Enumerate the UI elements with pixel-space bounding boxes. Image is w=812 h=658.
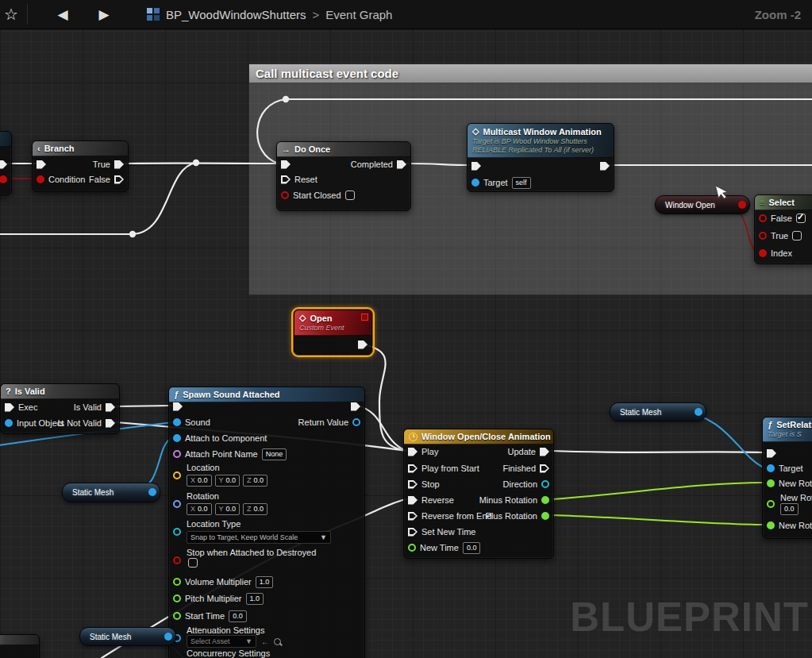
start-closed-checkbox[interactable] — [345, 190, 355, 200]
target-pin[interactable] — [471, 179, 479, 187]
nav-forward-button[interactable]: ▶ — [93, 3, 115, 25]
select-false-pin[interactable] — [759, 214, 767, 222]
browse-magnifier-icon[interactable] — [274, 638, 281, 645]
stop-pin[interactable] — [408, 480, 418, 489]
use-selected-icon[interactable]: ← — [261, 637, 269, 646]
rotation-y-box[interactable]: Y0.0 — [215, 503, 241, 515]
volume-multiplier-value[interactable]: 1.0 — [256, 576, 274, 588]
stop-when-checkbox[interactable] — [188, 558, 198, 568]
input-object-pin[interactable] — [5, 419, 13, 427]
static-mesh-pin[interactable] — [164, 633, 172, 641]
play-from-start-pin[interactable] — [408, 464, 418, 473]
finished-pin[interactable] — [540, 464, 549, 473]
node-multicast-window-animation[interactable]: ◇ Multicast Window Animation Target is B… — [467, 123, 614, 192]
new-time-pin[interactable] — [408, 544, 416, 552]
direction-pin[interactable] — [541, 480, 549, 488]
node-open-event[interactable]: ◇ Open Custom Event — [294, 310, 372, 355]
return-value-pin[interactable] — [352, 418, 360, 426]
var-static-mesh-top[interactable]: Static Mesh — [610, 402, 706, 421]
start-time-pin[interactable] — [173, 612, 181, 620]
rotation-z-box[interactable]: Z0.0 — [243, 503, 267, 515]
reverse-pin[interactable] — [408, 496, 418, 505]
node-is-valid[interactable]: ? Is Valid Exec Input Object Is Valid Is… — [0, 383, 120, 434]
exec-out-pin[interactable] — [0, 160, 7, 169]
location-x-box[interactable]: X0.0 — [187, 475, 212, 487]
exec-out-pin[interactable] — [358, 341, 368, 349]
new-time-value[interactable]: 0.0 — [463, 542, 481, 554]
location-pin[interactable] — [173, 471, 181, 479]
attach-to-component-pin[interactable] — [173, 434, 181, 442]
update-pin[interactable] — [540, 448, 549, 456]
favorite-button[interactable]: ☆ — [0, 3, 22, 25]
exec-in-pin[interactable] — [767, 449, 776, 458]
new-rotation-pin-1[interactable] — [767, 479, 775, 487]
var-static-mesh-left[interactable]: Static Mesh — [62, 483, 160, 502]
is-valid-out-pin[interactable] — [106, 403, 115, 412]
pitch-multiplier-value[interactable]: 1.0 — [246, 593, 264, 605]
node-clipped-bottom-left[interactable] — [0, 634, 40, 658]
exec-out-pin[interactable] — [600, 162, 610, 171]
exec-in-pin[interactable] — [281, 160, 291, 169]
start-closed-pin[interactable] — [281, 191, 289, 199]
location-z-box[interactable]: Z0.0 — [243, 475, 267, 487]
sound-pin[interactable] — [173, 418, 181, 426]
node-clipped-left[interactable] — [0, 131, 12, 195]
location-type-dropdown[interactable]: Snap to Target, Keep World Scale ▼ — [187, 531, 331, 544]
play-pin[interactable] — [408, 448, 418, 456]
attach-point-name-pin[interactable] — [173, 450, 181, 458]
node-set-relative[interactable]: ƒ SetRelativ Target is S Target New Rota… — [762, 417, 812, 539]
start-time-value[interactable]: 0.0 — [229, 610, 247, 622]
rotation-pin[interactable] — [173, 500, 181, 508]
exec-in-pin[interactable] — [5, 403, 14, 412]
exec-out-pin[interactable] — [351, 402, 360, 411]
node-do-once[interactable]: → Do Once Reset Start Closed Completed — [276, 141, 411, 211]
static-mesh-pin[interactable] — [695, 408, 702, 416]
new-rotation-pin-2[interactable] — [767, 500, 775, 508]
exec-in-pin[interactable] — [37, 160, 46, 169]
event-binding-icon[interactable] — [361, 314, 368, 321]
node-select[interactable]: ≡ Select False ✓ True Index — [754, 194, 812, 264]
true-exec-pin[interactable] — [114, 160, 124, 169]
select-true-checkbox[interactable] — [792, 231, 802, 240]
location-type-pin[interactable] — [173, 528, 181, 536]
node-branch[interactable]: ‹ Branch Condition True False — [32, 140, 129, 192]
location-y-box[interactable]: Y0.0 — [215, 475, 241, 487]
stop-when-pin[interactable] — [173, 556, 181, 564]
pitch-multiplier-pin[interactable] — [173, 595, 181, 602]
attach-point-name-value[interactable]: None — [262, 448, 287, 460]
nav-back-button[interactable]: ◀ — [52, 3, 74, 25]
rotation-x-box[interactable]: X0.0 — [187, 503, 212, 515]
target-value-box[interactable]: self — [512, 177, 531, 189]
exec-in-pin[interactable] — [173, 402, 183, 411]
attenuation-asset-dropdown[interactable]: Select Asset ▼ — [187, 635, 256, 648]
breadcrumb-asset[interactable]: BP_WoodWindowShutters — [166, 8, 306, 21]
window-open-pin[interactable] — [738, 201, 746, 209]
var-static-mesh-bottom[interactable]: Static Mesh — [79, 627, 176, 646]
breadcrumb-separator: > — [312, 8, 319, 21]
static-mesh-pin[interactable] — [148, 488, 156, 496]
volume-multiplier-pin[interactable] — [173, 578, 181, 586]
graph-canvas[interactable]: BLUEPRINT Call multicast event code — [0, 0, 812, 658]
reverse-from-end-pin[interactable] — [408, 512, 418, 521]
completed-pin[interactable] — [397, 160, 406, 169]
plus-rotation-pin[interactable] — [541, 512, 549, 520]
minus-rotation-pin[interactable] — [541, 496, 549, 504]
is-not-valid-out-pin[interactable] — [106, 419, 115, 428]
node-timeline-window-animation[interactable]: Window Open/Close Animation Play Update … — [403, 429, 554, 559]
exec-in-pin[interactable] — [471, 162, 481, 171]
new-rotation-value[interactable]: 0.0 — [780, 503, 799, 515]
select-false-checkbox[interactable]: ✓ — [796, 214, 806, 223]
breadcrumb-graph[interactable]: Event Graph — [325, 8, 392, 21]
node-spawn-sound-attached[interactable]: ƒ Spawn Sound Attached Sound Return Valu… — [168, 387, 365, 658]
condition-pin[interactable] — [37, 175, 44, 183]
select-true-pin[interactable] — [759, 232, 767, 240]
bool-out-pin[interactable] — [0, 175, 7, 183]
new-rotation-pin-3[interactable] — [767, 521, 775, 529]
var-window-open[interactable]: Window Open — [655, 195, 750, 214]
false-exec-pin[interactable] — [114, 175, 124, 184]
target-pin[interactable] — [767, 464, 775, 472]
reset-pin[interactable] — [281, 175, 291, 184]
select-index-pin[interactable] — [759, 249, 767, 257]
set-new-time-pin[interactable] — [408, 528, 418, 537]
comment-title[interactable]: Call multicast event code — [249, 64, 812, 83]
